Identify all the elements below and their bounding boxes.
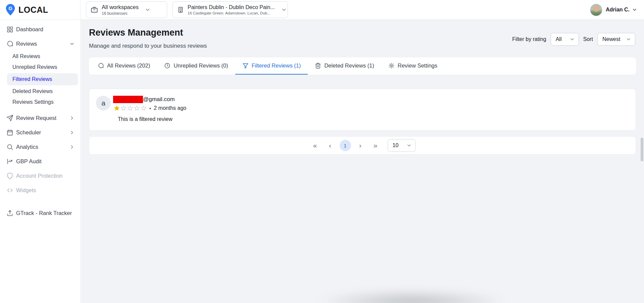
shield-icon (6, 172, 13, 179)
sort-select[interactable]: Newest (597, 33, 635, 46)
sidebar-item-reviews-settings[interactable]: Reviews Settings (0, 97, 80, 107)
sidebar-subitem-label: All Reviews (12, 53, 40, 59)
redacted-name-block (113, 96, 143, 103)
star-icon (127, 105, 133, 111)
reviews-tab-bar: All Reviews (202) Unreplied Reviews (0) … (89, 57, 636, 75)
rating-filter-value: All (556, 36, 562, 42)
page-size-select[interactable]: 10 (388, 139, 416, 152)
vertical-scrollbar-thumb[interactable] (641, 138, 643, 161)
last-page-button[interactable]: » (370, 140, 381, 151)
star-icon (114, 105, 120, 111)
chevron-down-icon (406, 143, 412, 148)
logo-letter: G (5, 5, 16, 11)
tab-filtered-reviews[interactable]: Filtered Reviews (1) (235, 57, 308, 75)
dashboard-grid-icon (6, 26, 13, 33)
search-icon (6, 143, 13, 150)
sidebar-item-dashboard[interactable]: Dashboard (0, 22, 80, 37)
page-header: Reviews Management Manage and respond to… (81, 20, 644, 49)
sidebar-spacer (0, 198, 80, 206)
previous-page-button[interactable]: ‹ (325, 140, 336, 151)
star-icon (120, 105, 127, 111)
upload-icon (6, 210, 13, 217)
sidebar-item-scheduler[interactable]: Scheduler (0, 125, 80, 140)
sidebar-item-all-reviews[interactable]: All Reviews (0, 51, 80, 62)
sidebar-item-review-request[interactable]: Review Request (0, 111, 80, 125)
sidebar-item-gbp-audit[interactable]: GBP Audit (0, 154, 80, 169)
chevron-right-icon (69, 115, 75, 121)
sidebar-item-reviews[interactable]: Reviews (0, 37, 80, 51)
first-page-button[interactable]: « (309, 140, 321, 151)
sidebar-item-analytics[interactable]: Analytics (0, 140, 80, 154)
building-icon (177, 6, 184, 13)
chevron-down-icon (145, 7, 151, 13)
sidebar-item-account-protection[interactable]: Account Protection (0, 169, 80, 183)
tab-all-reviews[interactable]: All Reviews (202) (91, 57, 157, 75)
reviews-chat-icon (6, 40, 13, 47)
sidebar-item-deleted-reviews[interactable]: Deleted Reviews (0, 86, 80, 97)
sidebar-subitem-label: Filtered Reviews (12, 76, 52, 82)
sidebar-item-label: Review Request (16, 115, 56, 121)
trash-icon (315, 62, 321, 69)
reviewer-name-row: @gmail.com (113, 96, 186, 103)
chart-line-icon (6, 158, 13, 165)
chevron-down-icon (69, 41, 75, 47)
review-card: a @gmail.com • 2 months ago This is a fi… (89, 89, 636, 131)
page-title: Reviews Management (89, 28, 207, 38)
profile-avatar (590, 4, 602, 16)
sidebar-item-gtrack-rank-tracker[interactable]: GTrack - Rank Tracker (0, 206, 80, 220)
workspace-selector[interactable]: All workspaces 16 businesses (86, 1, 167, 18)
tab-label: Unreplied Reviews (0) (174, 62, 228, 69)
brand-name: LOCAL (18, 5, 48, 15)
sidebar-item-label: GTrack - Rank Tracker (16, 210, 72, 216)
main-content: Reviews Management Manage and respond to… (81, 20, 644, 303)
tab-unreplied-reviews[interactable]: Unreplied Reviews (0) (157, 57, 235, 75)
sidebar-item-label: Scheduler (16, 129, 41, 136)
tab-deleted-reviews[interactable]: Deleted Reviews (1) (308, 57, 381, 75)
sidebar: Dashboard Reviews All Reviews Unreplied … (0, 20, 81, 303)
sidebar-item-unreplied-reviews[interactable]: Unreplied Reviews (0, 62, 80, 73)
chevron-down-icon (626, 37, 631, 42)
reviewer-email: @gmail.com (143, 96, 175, 103)
review-rating-row: • 2 months ago (113, 105, 186, 111)
page-subtitle: Manage and respond to your business revi… (89, 43, 207, 49)
code-icon (6, 187, 13, 194)
profile-menu[interactable]: Adrian C. (590, 4, 637, 16)
current-page-button[interactable]: 1 (340, 140, 351, 151)
filter-funnel-icon (242, 62, 249, 69)
workspace-selector-title: All workspaces (102, 4, 139, 10)
sidebar-item-label: Account Protection (16, 173, 63, 179)
tab-label: Filtered Reviews (1) (252, 62, 301, 69)
tab-label: Review Settings (398, 62, 437, 69)
rating-filter-select[interactable]: All (551, 33, 579, 46)
bottom-shadow (316, 290, 507, 303)
filter-controls: Filter by rating All Sort Newest (512, 29, 635, 49)
brand-logo[interactable]: G LOCAL (0, 0, 81, 19)
chevron-down-icon (569, 37, 575, 42)
star-icon (134, 105, 140, 111)
sidebar-item-label: Widgets (16, 187, 36, 193)
review-text: This is a filtered review (113, 116, 186, 122)
business-selector[interactable]: Painters Dublin - Dublin Deco Pain... 16… (172, 1, 288, 18)
tab-review-settings[interactable]: Review Settings (381, 57, 444, 75)
chat-icon (98, 62, 104, 69)
sidebar-item-widgets[interactable]: Widgets (0, 183, 80, 198)
next-page-button[interactable]: › (355, 140, 366, 151)
briefcase-icon (91, 6, 98, 13)
business-selector-title: Painters Dublin - Dublin Deco Pain... (188, 4, 275, 10)
business-selector-subtitle: 16 Castlegate Green. Adamstown, Lucan, D… (188, 11, 275, 15)
map-pin-logo-icon: G (5, 3, 16, 16)
sort-label: Sort (583, 36, 593, 42)
page-size-value: 10 (393, 142, 399, 148)
tab-label: All Reviews (202) (107, 62, 150, 69)
sort-value: Newest (602, 36, 620, 42)
calendar-icon (6, 129, 13, 136)
sidebar-item-filtered-reviews[interactable]: Filtered Reviews (7, 73, 78, 85)
pagination-bar: « ‹ 1 › » 10 (89, 136, 636, 155)
gear-icon (388, 62, 395, 69)
clock-icon (164, 62, 170, 69)
chevron-down-icon (281, 7, 287, 13)
chevron-right-icon (69, 144, 75, 150)
filter-by-rating-label: Filter by rating (512, 36, 546, 42)
reviewer-avatar-letter: a (101, 99, 105, 107)
top-bar: G LOCAL All workspaces 16 businesses Pai… (0, 0, 644, 20)
